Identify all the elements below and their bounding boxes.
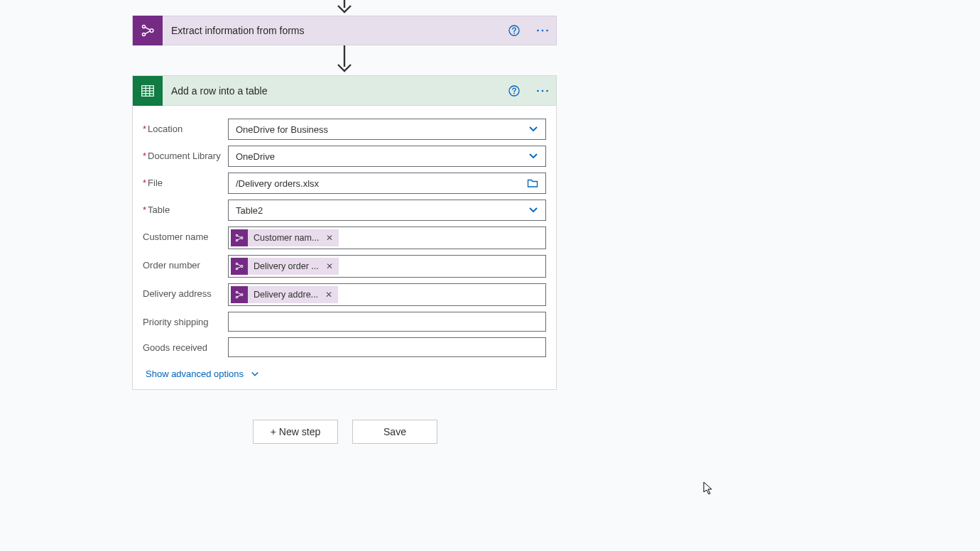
svg-line-4: [145, 27, 150, 30]
label-priority: Priority shipping: [143, 312, 228, 327]
svg-point-34: [236, 296, 237, 298]
ai-builder-token-icon: [231, 286, 248, 303]
svg-point-33: [236, 291, 237, 293]
order-number-input[interactable]: Delivery order ... ✕: [228, 255, 546, 278]
chevron-down-icon: [528, 151, 538, 161]
dynamic-content-token[interactable]: Customer nam... ✕: [231, 229, 339, 246]
svg-point-9: [542, 30, 544, 32]
svg-point-19: [513, 92, 515, 94]
flow-arrow-down-1: [132, 0, 557, 16]
chevron-down-icon: [528, 205, 538, 215]
ai-builder-token-icon: [231, 258, 248, 275]
label-delivery: Delivery address: [143, 283, 228, 299]
priority-shipping-input[interactable]: [228, 312, 546, 332]
label-location: *Location: [143, 119, 228, 134]
svg-line-32: [238, 267, 241, 268]
label-goods: Goods received: [143, 337, 228, 353]
goods-received-input[interactable]: [228, 337, 546, 357]
file-input[interactable]: /Delivery orders.xlsx: [228, 173, 546, 194]
svg-point-23: [236, 234, 237, 236]
excel-connector-icon: [133, 76, 163, 106]
new-step-button[interactable]: + New step: [253, 420, 338, 444]
token-remove-icon[interactable]: ✕: [318, 290, 338, 300]
svg-point-22: [546, 89, 548, 92]
token-remove-icon[interactable]: ✕: [319, 261, 339, 271]
svg-point-30: [241, 266, 243, 268]
label-table: *Table: [143, 200, 228, 215]
svg-point-8: [537, 30, 539, 32]
svg-point-28: [236, 263, 237, 264]
ai-builder-connector-icon: [133, 16, 163, 45]
action-title: Add a row into a table: [163, 85, 267, 97]
action-add-row-header[interactable]: Add a row into a table: [132, 75, 557, 105]
customer-name-input[interactable]: Customer nam... ✕: [228, 227, 546, 249]
svg-point-25: [241, 237, 243, 239]
svg-line-37: [238, 295, 241, 297]
more-icon[interactable]: [535, 83, 550, 99]
svg-point-7: [513, 33, 515, 34]
svg-line-26: [238, 236, 241, 237]
dynamic-content-token[interactable]: Delivery order ... ✕: [231, 258, 339, 275]
svg-point-21: [542, 89, 544, 92]
svg-point-29: [236, 268, 237, 269]
chevron-down-icon: [528, 124, 538, 134]
action-title: Extract information from forms: [163, 25, 305, 36]
action-add-row-card: Add a row into a table *Location OneDriv…: [132, 75, 557, 390]
svg-point-24: [236, 239, 237, 241]
label-customer: Customer name: [143, 227, 228, 242]
show-advanced-options-link[interactable]: Show advanced options: [146, 369, 259, 379]
save-button[interactable]: Save: [352, 420, 437, 444]
folder-picker-icon[interactable]: [527, 178, 538, 189]
svg-point-10: [546, 30, 548, 32]
svg-point-20: [537, 89, 539, 92]
svg-line-27: [238, 239, 241, 240]
label-file: *File: [143, 173, 228, 188]
help-icon[interactable]: [506, 23, 522, 38]
svg-point-1: [142, 25, 145, 28]
action-extract-info-header[interactable]: Extract information from forms: [132, 16, 557, 45]
svg-point-35: [241, 294, 243, 296]
ai-builder-token-icon: [231, 229, 248, 246]
svg-point-2: [142, 33, 145, 36]
flow-arrow-down-2: [132, 45, 557, 75]
more-icon[interactable]: [535, 23, 550, 38]
dynamic-content-token[interactable]: Delivery addre... ✕: [231, 286, 338, 303]
doclib-dropdown[interactable]: OneDrive: [228, 146, 546, 167]
location-dropdown[interactable]: OneDrive for Business: [228, 119, 546, 140]
mouse-cursor-icon: [703, 481, 714, 498]
svg-point-3: [150, 29, 153, 33]
delivery-address-input[interactable]: Delivery addre... ✕: [228, 283, 546, 306]
table-dropdown[interactable]: Table2: [228, 200, 546, 221]
svg-line-5: [145, 31, 150, 34]
label-doclib: *Document Library: [143, 146, 228, 161]
help-icon[interactable]: [506, 83, 522, 99]
svg-line-31: [238, 264, 241, 266]
svg-line-36: [238, 293, 241, 294]
token-remove-icon[interactable]: ✕: [319, 233, 339, 243]
label-order: Order number: [143, 255, 228, 271]
